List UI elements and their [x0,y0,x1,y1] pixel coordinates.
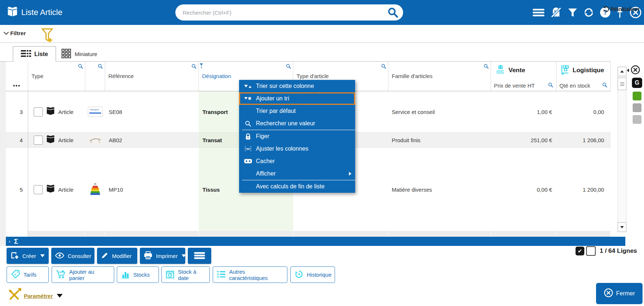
header-group-vente[interactable]: Vente Prix de vente HT [491,62,556,91]
type-cell: Article [28,91,85,132]
header-type[interactable]: Type [28,62,85,91]
qte-cell: 0,00 [556,91,611,132]
tab-liste[interactable]: Liste [13,46,56,62]
app-header: Liste Article ? [0,0,644,25]
menu-item-avec-calculs-de-fin-de-liste[interactable]: Avec calculs de fin de liste [239,180,355,193]
table-left-margin [0,62,6,246]
column-search-icon[interactable] [602,82,607,89]
famille-cell: Service et conseil [388,91,491,132]
column-search-icon[interactable] [286,64,291,70]
undo-icon [603,5,610,13]
header-famille[interactable]: Famille d'articles [388,62,491,91]
collapse-panel-icon[interactable] [627,69,629,72]
column-search-icon[interactable] [548,82,553,89]
article-thumbnail [85,148,105,231]
scroll-up-button[interactable] [618,67,626,76]
expand-totals-icon[interactable]: › [9,239,10,244]
menu-icon[interactable] [533,8,544,17]
checked-checkbox[interactable]: ✔ [576,247,584,255]
prix-cell: 0,00 € [491,148,556,231]
parametrer-link[interactable]: Paramétrer [7,288,63,303]
type-cell: Article [28,133,85,147]
row-checkbox[interactable] [34,136,43,145]
search-box [175,4,403,21]
close-panel-icon[interactable] [630,65,640,76]
close-circle-icon [604,288,613,299]
autres-caracteristiques-button[interactable]: Autres caractéristiques [213,266,287,283]
stocks-bars-icon [121,270,130,280]
menu-item-ajouter-un-tri[interactable]: Ajouter un tri [239,92,355,105]
more-actions-button[interactable] [188,248,211,264]
filter-toggle[interactable]: Filtrer [4,30,26,36]
qte-cell: 1 200,00 [556,148,611,231]
list-view-icon [21,49,31,59]
transport-logo-image: Transport [88,107,103,117]
column-search-icon[interactable] [381,64,386,70]
historique-button[interactable]: Historique [290,266,335,283]
more-columns-button[interactable]: ••• [13,83,21,89]
qte-cell: 1 206,00 [556,133,611,147]
reference-cell: AB02 [105,133,199,147]
status-gray-swatch[interactable] [633,115,641,124]
header-rownum[interactable]: ••• [6,62,28,91]
column-search-icon[interactable] [484,64,489,70]
status-green-swatch[interactable] [633,92,641,100]
pen-icon [101,251,109,261]
g-badge[interactable]: G [632,78,642,88]
refresh-icon[interactable] [583,7,595,18]
lock-icon [243,130,253,143]
header-group-logistique[interactable]: Logistique Qté en stock [556,62,611,91]
grip-icon [620,82,624,86]
scroll-down-button[interactable] [618,222,626,232]
menu-item-ajuster-les-colonnes[interactable]: Ajuster les colonnes [239,143,355,155]
filter-icon[interactable] [568,8,577,17]
page-title: Liste Article [21,8,63,17]
reference-cell: MP10 [105,148,199,231]
stocks-button[interactable]: Stocks [117,266,159,283]
search-icon [243,117,253,130]
tarifs-button[interactable]: € Tarifs [7,266,49,283]
sort-icon [243,80,253,92]
sort-add-icon [243,92,253,105]
search-icon[interactable] [387,7,399,20]
tab-miniature[interactable]: Miniature [62,46,97,62]
row-checkbox[interactable] [34,107,43,117]
unchecked-checkbox[interactable] [586,246,596,256]
search-input[interactable] [175,4,403,21]
header-image[interactable] [85,62,105,91]
history-icon [294,270,304,280]
scrollbar-thumb[interactable] [618,78,626,90]
row-checkbox[interactable] [34,185,43,194]
column-search-icon[interactable] [191,64,197,70]
article-thumbnail: Transport [85,91,105,132]
menu-item-cacher[interactable]: Cacher [239,155,355,167]
list-icon [217,270,226,279]
menu-item-trier-par-defaut[interactable]: Trier par défaut [239,105,355,117]
arrow-up-icon [620,70,624,73]
status-gray-swatch[interactable] [633,103,641,112]
create-icon [10,251,19,261]
header-reference[interactable]: Référence [105,62,199,91]
totals-bar[interactable]: › Σ [6,237,625,246]
column-search-icon[interactable] [98,64,103,70]
menu-item-figer[interactable]: Figer [239,130,355,143]
ajouter-au-panier-button[interactable]: Ajouter au panier [52,266,114,283]
stock-a-date-button[interactable]: Stock à date [161,266,210,283]
chevron-down-icon [4,30,9,35]
sort-order-indicator: 1 [200,63,203,69]
lines-count-label: 1 / 64 Lignes [600,247,637,255]
filter-plus-icon[interactable] [41,28,53,44]
reset-filters-button[interactable]: Réinitialiser [603,5,640,13]
menu-item-rechercher-une-valeur[interactable]: Rechercher une valeur [239,117,355,130]
consulter-button[interactable]: Consulter [51,248,94,264]
fermer-button[interactable]: Fermer [596,283,643,304]
column-search-icon[interactable] [78,64,83,70]
modifier-button[interactable]: Modifier [97,248,137,264]
ghost-disabled-icon[interactable] [550,6,562,19]
deckchair-image [88,136,102,144]
imprimer-button[interactable]: Imprimer [140,248,185,264]
menu-item-afficher[interactable]: Afficher [239,167,355,180]
menu-item-trier-sur-cette-colonne[interactable]: Trier sur cette colonne [239,80,355,92]
creer-button[interactable]: Créer [7,248,49,264]
vertical-scrollbar[interactable] [618,67,626,232]
